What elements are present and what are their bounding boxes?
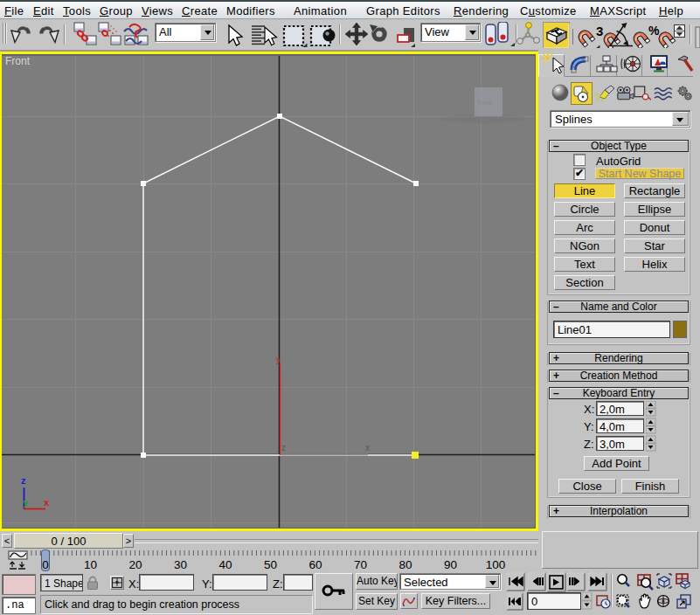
svg-text:%: % <box>648 24 660 38</box>
svg-text:y: y <box>24 498 29 508</box>
svg-text:x: x <box>365 443 370 453</box>
svg-text:3: 3 <box>596 24 603 38</box>
svg-text:10: 10 <box>84 558 97 571</box>
svg-text:100: 100 <box>486 558 506 571</box>
svg-text:x: x <box>44 497 50 508</box>
svg-text:20: 20 <box>128 558 142 571</box>
svg-text:50: 50 <box>264 558 277 571</box>
svg-text:z: z <box>21 475 26 486</box>
svg-text:30: 30 <box>174 558 187 571</box>
svg-text:front: front <box>478 99 493 107</box>
svg-text:60: 60 <box>308 558 322 571</box>
svg-text:90: 90 <box>444 558 457 571</box>
svg-text:80: 80 <box>399 558 412 571</box>
svg-text:0: 0 <box>42 558 49 571</box>
svg-text:z: z <box>281 443 286 453</box>
svg-text:70: 70 <box>354 558 367 571</box>
svg-text:40: 40 <box>218 558 232 571</box>
svg-text:y: y <box>276 355 281 364</box>
